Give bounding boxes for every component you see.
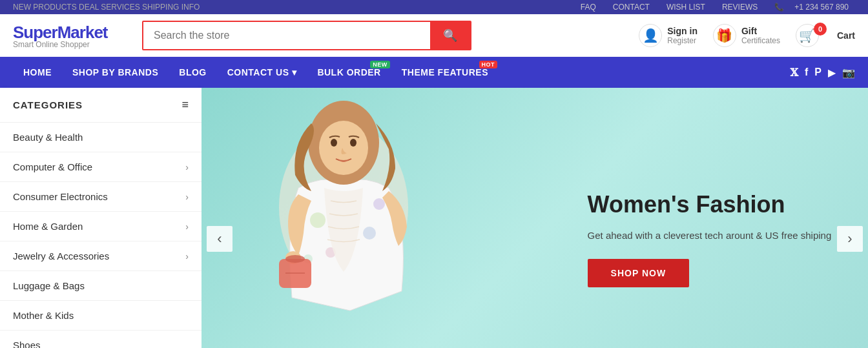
gift-labels: Gift Certificates	[741, 26, 780, 45]
top-bar-left: NEW PRODUCTS DEAL SERVICES SHIPPING INFO	[13, 3, 200, 12]
menu-icon[interactable]: ≡	[181, 98, 189, 112]
main-content: CATEGORIES ≡ Beauty & Health Computer & …	[0, 88, 868, 348]
nav-theme-link[interactable]: THEME FEATURES HOT	[391, 57, 499, 88]
signin-labels: Sign in Register	[667, 26, 698, 45]
sidebar-item-beauty[interactable]: Beauty & Health	[0, 123, 202, 152]
certificates-label: Certificates	[741, 36, 780, 45]
signin-action[interactable]: 👤 Sign in Register	[639, 24, 698, 47]
nav-home-link[interactable]: HOME	[13, 57, 62, 88]
svg-point-1	[310, 212, 326, 228]
sidebar-item-shoes[interactable]: Shoes	[0, 331, 202, 348]
youtube-icon[interactable]: ▶	[828, 67, 836, 79]
twitter-icon[interactable]: 𝕏	[790, 67, 798, 79]
gift-label: Gift	[741, 26, 780, 36]
chevron-right-icon: ›	[185, 251, 189, 261]
svg-point-2	[363, 227, 376, 240]
svg-point-7	[319, 121, 368, 175]
nav-links: HOME SHOP BY BRANDS BLOG CONTACT US ▾ BU…	[13, 57, 790, 88]
nav-item-brands[interactable]: SHOP BY BRANDS	[62, 57, 169, 88]
nav-blog-link[interactable]: BLOG	[169, 57, 216, 88]
facebook-icon[interactable]: f	[805, 67, 808, 79]
hero-next-button[interactable]: ›	[837, 226, 863, 252]
chevron-right-icon: ›	[185, 192, 189, 202]
sidebar-item-kids[interactable]: Mother & Kids	[0, 301, 202, 331]
cart-badge: 0	[814, 23, 827, 36]
search-button[interactable]: 🔍	[430, 22, 470, 49]
sidebar-item-electronics[interactable]: Consumer Electronics ›	[0, 182, 202, 212]
sidebar-label-beauty: Beauty & Health	[13, 132, 83, 143]
nav-item-home[interactable]: HOME	[13, 57, 62, 88]
hero-prev-button[interactable]: ‹	[207, 226, 232, 252]
user-icon: 👤	[639, 24, 662, 47]
cart-label: Cart	[837, 30, 855, 41]
search-input[interactable]	[143, 22, 430, 49]
nav-item-theme[interactable]: THEME FEATURES HOT	[391, 57, 499, 88]
hero-title: Women's Fashion	[588, 190, 832, 218]
sidebar-header: CATEGORIES ≡	[0, 88, 202, 123]
logo-tagline: Smart Online Shopper	[13, 40, 129, 49]
svg-point-12	[285, 255, 305, 263]
sidebar-label-electronics: Consumer Electronics	[13, 191, 108, 202]
faq-link[interactable]: FAQ	[581, 3, 596, 12]
svg-point-8	[331, 139, 337, 147]
hero-banner: Women's Fashion Get ahead with a clevere…	[202, 88, 868, 348]
bulk-badge: NEW	[370, 61, 390, 68]
chevron-right-icon: ›	[185, 162, 189, 172]
nav-item-contact[interactable]: CONTACT US ▾	[217, 57, 307, 88]
sidebar-label-kids: Mother & Kids	[13, 310, 74, 321]
nav-brands-link[interactable]: SHOP BY BRANDS	[62, 57, 169, 88]
sidebar-item-luggage[interactable]: Luggage & Bags	[0, 271, 202, 301]
header: SuperMarket Smart Online Shopper 🔍 👤 Sig…	[0, 14, 868, 57]
categories-title: CATEGORIES	[13, 99, 83, 110]
nav-item-bulk[interactable]: BULK ORDER NEW	[307, 57, 391, 88]
phone-icon: 📞	[774, 3, 784, 12]
instagram-icon[interactable]: 📷	[842, 67, 855, 79]
top-bar: NEW PRODUCTS DEAL SERVICES SHIPPING INFO…	[0, 0, 868, 14]
sidebar-item-computer[interactable]: Computer & Office ›	[0, 152, 202, 182]
register-label: Register	[667, 36, 698, 45]
nav-bulk-link[interactable]: BULK ORDER NEW	[307, 57, 391, 88]
gift-icon: 🎁	[713, 24, 736, 47]
svg-point-4	[373, 198, 385, 210]
sidebar-label-luggage: Luggage & Bags	[13, 280, 85, 291]
social-icons: 𝕏 f P ▶ 📷	[790, 67, 855, 79]
sidebar-item-jewelry[interactable]: Jewelry & Accessories ›	[0, 241, 202, 271]
theme-badge: HOT	[479, 61, 498, 68]
shop-now-button[interactable]: SHOP NOW	[588, 259, 690, 287]
search-bar: 🔍	[142, 21, 471, 50]
svg-point-9	[350, 139, 356, 147]
cart-action[interactable]: 🛒 0 Cart	[796, 24, 855, 47]
header-actions: 👤 Sign in Register 🎁 Gift Certificates 🛒…	[639, 24, 855, 47]
contact-link[interactable]: CONTACT	[613, 3, 650, 12]
hero-content: Women's Fashion Get ahead with a clevere…	[568, 171, 851, 306]
navbar: HOME SHOP BY BRANDS BLOG CONTACT US ▾ BU…	[0, 57, 868, 88]
logo[interactable]: SuperMarket Smart Online Shopper	[13, 23, 129, 49]
nav-item-blog[interactable]: BLOG	[169, 57, 216, 88]
hero-image	[234, 91, 453, 343]
wishlist-link[interactable]: WISH LIST	[666, 3, 705, 12]
signin-label: Sign in	[667, 26, 698, 36]
pinterest-icon[interactable]: P	[814, 67, 822, 79]
reviews-link[interactable]: REVIEWS	[722, 3, 758, 12]
chevron-right-icon: ›	[185, 221, 189, 232]
sidebar-item-garden[interactable]: Home & Garden ›	[0, 212, 202, 241]
sidebar-label-computer: Computer & Office	[13, 161, 92, 172]
sidebar-label-garden: Home & Garden	[13, 221, 83, 232]
phone-number[interactable]: +1 234 567 890	[794, 3, 849, 12]
sidebar-label-shoes: Shoes	[13, 340, 41, 348]
nav-contact-link[interactable]: CONTACT US ▾	[217, 57, 307, 88]
hero-description: Get ahead with a cleverest tech arount &…	[588, 228, 832, 243]
sidebar-label-jewelry: Jewelry & Accessories	[13, 251, 109, 261]
gift-action[interactable]: 🎁 Gift Certificates	[713, 24, 780, 47]
sidebar: CATEGORIES ≡ Beauty & Health Computer & …	[0, 88, 202, 348]
